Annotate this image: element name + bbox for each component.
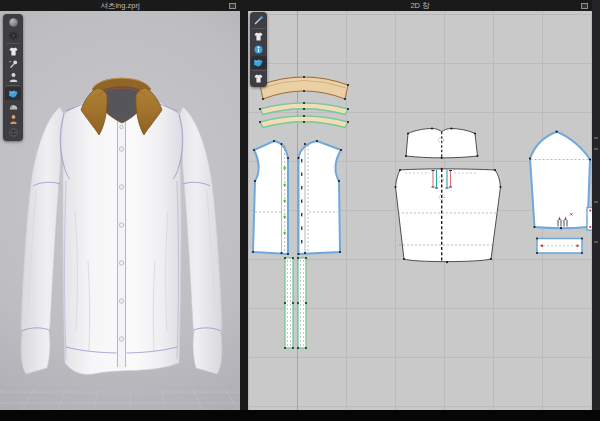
window-bottom-bar xyxy=(0,410,600,421)
avatar-icon[interactable] xyxy=(5,71,21,84)
viewport-3d[interactable] xyxy=(0,11,240,410)
pattern-back-body[interactable] xyxy=(394,168,501,264)
floor-grid xyxy=(0,389,240,410)
viewport-2d[interactable] xyxy=(248,11,592,410)
line-tool-icon[interactable] xyxy=(251,14,267,27)
toolbar-2d xyxy=(250,12,267,87)
edge-mark xyxy=(594,241,598,243)
titlebar-2d[interactable]: 2D 창 xyxy=(248,0,592,11)
trim-icon[interactable] xyxy=(5,100,21,113)
pattern-cuff[interactable] xyxy=(536,238,583,255)
edge-mark xyxy=(594,148,598,150)
clo-app-window: 셔츠ing.zprj xyxy=(0,0,600,421)
edge-mark xyxy=(594,137,598,139)
panel-divider[interactable] xyxy=(240,0,248,410)
scene-3d xyxy=(0,11,240,410)
garment-2d-icon[interactable] xyxy=(251,30,267,43)
pattern-front-right[interactable] xyxy=(297,140,342,255)
pattern-placket-strip-right[interactable] xyxy=(297,257,307,349)
pattern-sleeve[interactable] xyxy=(529,131,592,230)
pattern-collar[interactable] xyxy=(259,76,349,100)
render-sphere-icon[interactable] xyxy=(5,16,21,29)
pattern-back-yoke[interactable] xyxy=(405,127,479,158)
float-window-icon-2d[interactable] xyxy=(581,3,588,9)
pattern-collar-band-bottom[interactable] xyxy=(259,115,349,128)
garment-alt-icon[interactable] xyxy=(251,72,267,85)
toolbar-3d xyxy=(3,14,23,141)
float-window-icon[interactable] xyxy=(229,3,236,9)
pattern-placket-strip-left[interactable] xyxy=(284,257,294,349)
edge-mark xyxy=(594,201,598,203)
fabric-2d-icon[interactable] xyxy=(251,56,267,69)
sleeve-right-3d xyxy=(179,107,222,374)
panel-2d-view: 2D 창 xyxy=(248,0,592,410)
garment-3d[interactable] xyxy=(21,78,222,375)
sleeve-left-3d xyxy=(21,107,64,374)
mannequin-icon[interactable] xyxy=(5,113,21,126)
right-edge-strip xyxy=(592,0,600,410)
fabric-icon[interactable] xyxy=(5,87,21,100)
info-icon[interactable] xyxy=(251,43,267,56)
pin-icon[interactable] xyxy=(5,58,21,71)
project-title: 셔츠ing.zprj xyxy=(100,1,139,11)
garment-icon[interactable] xyxy=(5,45,21,58)
titlebar-3d[interactable]: 셔츠ing.zprj xyxy=(0,0,240,11)
world-icon[interactable] xyxy=(5,126,21,139)
panel-2d-title: 2D 창 xyxy=(410,1,429,11)
placket-3d xyxy=(117,119,127,369)
pattern-collar-band-top[interactable] xyxy=(259,102,349,115)
panel-3d-view: 셔츠ing.zprj xyxy=(0,0,240,410)
gear-icon[interactable] xyxy=(5,29,21,42)
pattern-canvas xyxy=(248,11,592,410)
pattern-front-left[interactable] xyxy=(252,140,289,255)
